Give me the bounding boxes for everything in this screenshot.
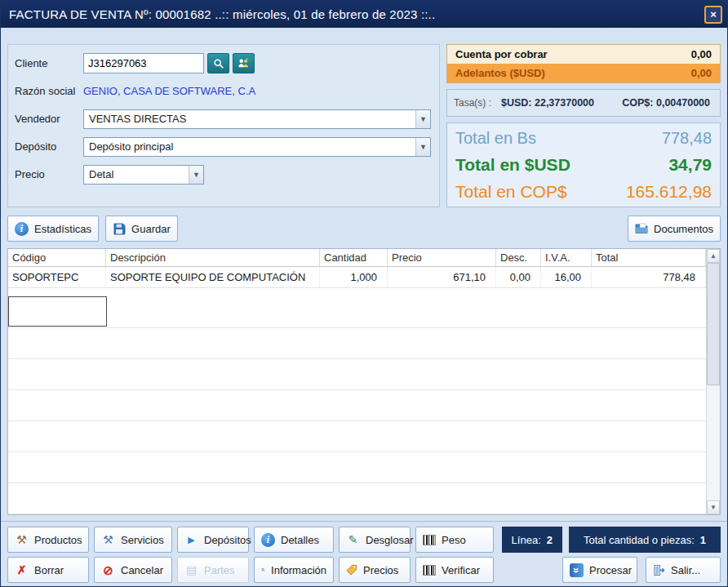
- account-box: Cuenta por cobrar 0,00 Adelantos ($USD) …: [446, 44, 721, 83]
- table-row[interactable]: SOPORTEPC SOPORTE EQUIPO DE COMPUTACIÓN …: [8, 267, 706, 288]
- close-button[interactable]: ×: [704, 6, 722, 24]
- process-arrow-icon: »: [570, 563, 584, 577]
- razon-social-row: Razón social GENIO, CASA DE SOFTWARE, C.…: [15, 81, 433, 101]
- column-header-descripcion: Descripción: [106, 249, 320, 266]
- guardar-button[interactable]: Guardar: [105, 216, 178, 242]
- deposito-label: Depósito: [15, 140, 83, 153]
- bottom-action-panel: ⚒ Productos ⚒ Servicios ▶ Depósitos i De…: [1, 521, 727, 586]
- vertical-scrollbar[interactable]: ▲ ▼: [706, 249, 720, 514]
- pencil-icon: ✎: [346, 534, 360, 545]
- partes-label: Partes: [204, 564, 235, 576]
- column-header-desc: Desc.: [496, 249, 541, 266]
- vendedor-label: Vendedor: [15, 113, 83, 125]
- tasa-usd-value: $USD: 22,37370000: [501, 97, 594, 109]
- adelantos-value: 0,00: [691, 67, 712, 79]
- tasa-cop-value: COP$: 0,00470000: [622, 97, 710, 109]
- total-usd-label: Total en $USD: [455, 155, 570, 175]
- depositos-label: Depósitos: [204, 534, 251, 546]
- new-row-codigo-input[interactable]: [8, 296, 107, 327]
- servicios-button[interactable]: ⚒ Servicios: [94, 527, 172, 553]
- productos-button[interactable]: ⚒ Productos: [7, 527, 89, 553]
- scroll-up-button[interactable]: ▲: [707, 249, 720, 263]
- precio-selected-value: Detal: [84, 168, 189, 180]
- razon-social-label: Razón social: [15, 85, 83, 97]
- tasas-label: Tasa(s) :: [454, 97, 491, 109]
- salir-button[interactable]: Salir...: [646, 557, 721, 583]
- partes-button[interactable]: ▤ Partes: [177, 557, 249, 583]
- peso-button[interactable]: Peso: [415, 527, 494, 553]
- borrar-button[interactable]: ✗ Borrar: [7, 557, 89, 583]
- cuenta-por-cobrar-label: Cuenta por cobrar: [455, 48, 548, 60]
- deposito-selected-value: Depósito principal: [84, 140, 415, 153]
- productos-label: Productos: [34, 534, 82, 546]
- linea-label: Línea:: [512, 534, 541, 546]
- scroll-down-icon: ▼: [710, 504, 717, 511]
- documentos-button[interactable]: Documentos: [628, 216, 721, 242]
- cliente-label: Cliente: [15, 57, 83, 69]
- invoice-items-grid: Código Descripción Cantidad Precio Desc.…: [7, 248, 721, 515]
- tools-icon: ⚒: [15, 534, 29, 545]
- precios-button[interactable]: Precios: [339, 557, 411, 583]
- total-cop-label: Total en COP$: [455, 182, 567, 202]
- titlebar: FACTURA DE VENTA Nº: 00001682 ..:: miérc…: [1, 1, 727, 28]
- tasas-box: Tasa(s) : $USD: 22,37370000 COP$: 0,0047…: [446, 89, 721, 117]
- column-header-codigo: Código: [8, 249, 106, 266]
- invoice-window: FACTURA DE VENTA Nº: 00001682 ..:: miérc…: [0, 0, 728, 587]
- documents-folder-icon: [635, 222, 648, 235]
- deposito-select[interactable]: Depósito principal ▼: [83, 137, 431, 157]
- arrow-right-icon: ▶: [184, 536, 198, 545]
- totals-side-panel: Cuenta por cobrar 0,00 Adelantos ($USD) …: [446, 44, 721, 207]
- process-exit-cluster: » Procesar Salir...: [562, 557, 721, 583]
- cliente-input[interactable]: [83, 53, 204, 73]
- toolbar-spacer: [184, 216, 621, 242]
- borrar-label: Borrar: [34, 564, 64, 576]
- search-client-button[interactable]: [207, 53, 229, 73]
- piezas-status-box: Total cantidad o piezas: 1: [569, 527, 721, 553]
- scroll-down-button[interactable]: ▼: [707, 500, 720, 514]
- close-icon: ×: [710, 8, 717, 20]
- vendedor-select[interactable]: VENTAS DIRECTAS ▼: [83, 109, 431, 129]
- parts-icon: ▤: [184, 564, 198, 576]
- exit-door-icon: [653, 564, 665, 576]
- total-bs-row: Total en Bs 778,48: [455, 129, 712, 148]
- desglosar-label: Desglosar: [366, 534, 414, 546]
- precio-row: Precio Detal ▼: [15, 164, 433, 185]
- price-tag-icon: [346, 564, 357, 576]
- informacion-label: Información: [271, 564, 326, 576]
- cancelar-button[interactable]: ⊘ Cancelar: [94, 557, 172, 583]
- vendedor-selected-value: VENTAS DIRECTAS: [84, 113, 415, 125]
- precio-label: Precio: [15, 168, 83, 180]
- action-row-1: ⚒ Productos ⚒ Servicios ▶ Depósitos i De…: [7, 527, 721, 553]
- detalles-label: Detalles: [281, 534, 319, 546]
- cell-desc: 0,00: [496, 267, 541, 287]
- linea-value: 2: [547, 534, 553, 546]
- total-usd-value: 34,79: [668, 155, 712, 175]
- no-entry-icon: ⊘: [101, 564, 115, 576]
- cell-iva: 16,00: [541, 267, 592, 287]
- estadisticas-label: Estadísticas: [34, 223, 91, 235]
- informacion-button[interactable]: Información: [254, 557, 334, 583]
- scrollbar-thumb[interactable]: [707, 263, 720, 385]
- grid-empty-rows: [8, 327, 706, 514]
- magnifier-icon: [261, 564, 265, 576]
- cuenta-por-cobrar-value: 0,00: [691, 48, 712, 60]
- detalles-button[interactable]: i Detalles: [254, 527, 334, 553]
- depositos-button[interactable]: ▶ Depósitos: [177, 527, 249, 553]
- save-icon: [113, 222, 126, 235]
- service-tools-icon: ⚒: [101, 534, 115, 545]
- documentos-label: Documentos: [654, 223, 713, 235]
- estadisticas-button[interactable]: i Estadísticas: [7, 216, 99, 242]
- precio-select[interactable]: Detal ▼: [83, 165, 204, 185]
- grid-header: Código Descripción Cantidad Precio Desc.…: [8, 249, 706, 267]
- procesar-label: Procesar: [589, 564, 632, 576]
- verificar-button[interactable]: Verificar: [415, 557, 494, 583]
- add-client-button[interactable]: [233, 53, 255, 73]
- procesar-button[interactable]: » Procesar: [562, 557, 637, 583]
- search-icon: [213, 58, 224, 69]
- servicios-label: Servicios: [121, 534, 164, 546]
- cell-precio: 671,10: [388, 267, 496, 287]
- guardar-label: Guardar: [131, 223, 171, 235]
- desglosar-button[interactable]: ✎ Desglosar: [339, 527, 411, 553]
- piezas-value: 1: [700, 534, 706, 546]
- grid-body: SOPORTEPC SOPORTE EQUIPO DE COMPUTACIÓN …: [8, 267, 706, 514]
